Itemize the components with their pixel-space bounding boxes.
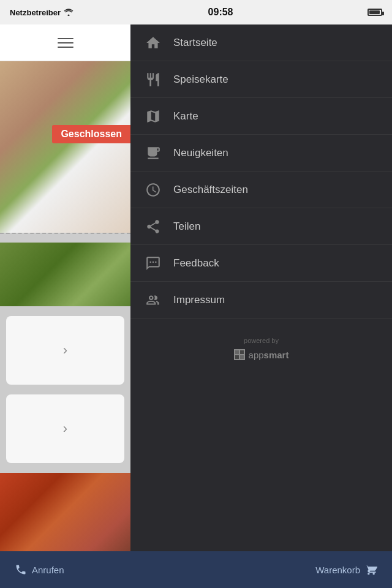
hamburger-line-1	[58, 38, 74, 39]
nav-label-speisekarte: Speisekarte	[173, 74, 228, 86]
nav-item-speisekarte[interactable]: Speisekarte	[130, 61, 392, 98]
menu-card-2[interactable]: ›	[6, 394, 124, 463]
call-label: Anrufen	[32, 565, 64, 575]
chevron-right-icon-2: ›	[63, 421, 67, 437]
food-image-area: › › Geschlossen	[0, 61, 130, 551]
left-panel: › › Geschlossen	[0, 24, 130, 551]
geschlossen-badge: Geschlossen	[52, 125, 130, 143]
nav-label-teilen: Teilen	[173, 221, 200, 233]
wifi-icon	[64, 9, 74, 16]
carrier-label: Netzbetreiber	[10, 8, 61, 17]
chevron-right-icon-1: ›	[63, 342, 67, 358]
nav-item-geschaeftszeiten[interactable]: Geschäftszeiten	[130, 172, 392, 208]
map-icon	[144, 107, 162, 126]
hamburger-menu-button[interactable]	[58, 38, 74, 48]
feedback-icon	[144, 254, 162, 273]
menu-icon	[144, 70, 162, 89]
hamburger-line-3	[58, 47, 74, 48]
nav-label-impressum: Impressum	[173, 294, 225, 306]
nav-item-teilen[interactable]: Teilen	[130, 208, 392, 245]
time-display: 09:58	[208, 7, 233, 18]
header-bar	[0, 24, 130, 61]
status-bar: Netzbetreiber 09:58	[0, 0, 392, 24]
cart-icon	[365, 564, 377, 576]
food-divider	[0, 233, 130, 234]
cart-button[interactable]: Warenkorb	[315, 564, 377, 576]
nav-item-neuigkeiten[interactable]: Neuigkeiten	[130, 135, 392, 172]
nav-item-impressum[interactable]: Impressum	[130, 282, 392, 318]
food-image-top	[0, 61, 130, 233]
nav-label-startseite: Startseite	[173, 37, 217, 49]
handshake-icon	[144, 291, 162, 309]
call-button[interactable]: Anrufen	[15, 564, 64, 576]
appsmart-label: appsmart	[249, 350, 289, 360]
battery-icon	[368, 9, 382, 16]
nav-item-karte[interactable]: Karte	[130, 98, 392, 135]
appsmart-logo: appsmart	[234, 349, 289, 360]
status-right	[368, 9, 382, 16]
nav-item-feedback[interactable]: Feedback	[130, 245, 392, 282]
menu-card-1[interactable]: ›	[6, 316, 124, 385]
news-icon	[144, 144, 162, 162]
nav-label-geschaeftszeiten: Geschäftszeiten	[173, 184, 248, 196]
powered-by-text: powered by	[244, 337, 279, 344]
hamburger-line-2	[58, 42, 74, 43]
bottom-bar: Anrufen Warenkorb	[0, 551, 392, 588]
food-image-greens	[0, 243, 130, 306]
nav-drawer: Startseite Speisekarte Karte Neuigkeiten…	[130, 24, 392, 551]
cart-label: Warenkorb	[315, 565, 360, 575]
clock-icon	[144, 181, 162, 199]
share-icon	[144, 217, 162, 236]
appsmart-logo-icon	[234, 349, 245, 360]
phone-icon	[15, 564, 27, 576]
status-left: Netzbetreiber	[10, 8, 74, 17]
nav-label-karte: Karte	[173, 110, 198, 123]
home-icon	[144, 34, 162, 52]
nav-label-neuigkeiten: Neuigkeiten	[173, 147, 228, 159]
powered-by-section: powered by appsmart	[130, 318, 392, 372]
nav-label-feedback: Feedback	[173, 257, 219, 270]
nav-item-startseite[interactable]: Startseite	[130, 24, 392, 61]
food-image-bottom	[0, 473, 130, 551]
